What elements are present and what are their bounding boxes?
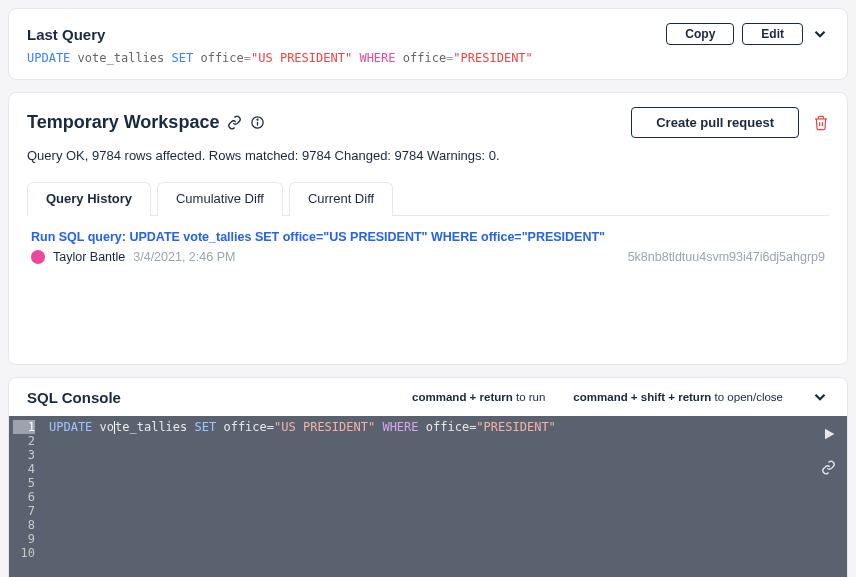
line-number: 4: [13, 462, 35, 476]
token-keyword: SET: [195, 420, 217, 434]
edit-button[interactable]: Edit: [742, 23, 803, 45]
link-icon[interactable]: [821, 460, 837, 475]
tab-current-diff[interactable]: Current Diff: [289, 182, 393, 216]
hint-run: command + return to run: [412, 391, 545, 403]
sql-console-title: SQL Console: [27, 389, 121, 406]
sql-keyword-update: UPDATE: [27, 51, 70, 65]
line-number: 9: [13, 532, 35, 546]
sql-string: "US PRESIDENT": [251, 51, 352, 65]
line-number: 8: [13, 518, 35, 532]
last-query-actions: Copy Edit: [666, 23, 829, 45]
token-string: "PRESIDENT": [476, 420, 555, 434]
tab-query-history[interactable]: Query History: [27, 182, 151, 216]
tabs: Query History Cumulative Diff Current Di…: [27, 181, 829, 216]
sql-col: office: [193, 51, 244, 65]
line-number: 7: [13, 504, 35, 518]
workspace-header: Temporary Workspace Create pull request: [27, 107, 829, 138]
create-pull-request-button[interactable]: Create pull request: [631, 107, 799, 138]
workspace-title-row: Temporary Workspace: [27, 112, 265, 133]
editor-actions: [821, 426, 837, 475]
line-number: 1: [13, 420, 35, 434]
hint-toggle: command + shift + return to open/close: [573, 391, 783, 403]
chevron-down-icon[interactable]: [811, 25, 829, 43]
workspace-actions: Create pull request: [631, 107, 829, 138]
token-ident: office: [419, 420, 470, 434]
svg-point-2: [257, 119, 258, 120]
token-eq: =: [267, 420, 274, 434]
line-gutter: 1 2 3 4 5 6 7 8 9 10: [9, 416, 41, 577]
sql-string: "PRESIDENT": [453, 51, 532, 65]
query-status-text: Query OK, 9784 rows affected. Rows match…: [27, 148, 829, 163]
avatar: [31, 250, 45, 264]
workspace-title: Temporary Workspace: [27, 112, 219, 133]
token-ident: office: [216, 420, 267, 434]
info-icon[interactable]: [250, 115, 265, 130]
link-icon[interactable]: [227, 115, 242, 130]
last-query-header: Last Query Copy Edit: [27, 23, 829, 45]
history-date: 3/4/2021, 2:46 PM: [133, 250, 235, 264]
sql-keyword-set: SET: [172, 51, 194, 65]
last-query-card: Last Query Copy Edit UPDATE vote_tallies…: [8, 8, 848, 80]
token-ident: te_tallies: [115, 420, 194, 434]
code-area[interactable]: UPDATE vote_tallies SET office="US PRESI…: [41, 416, 847, 577]
history-query-link[interactable]: Run SQL query: UPDATE vote_tallies SET o…: [31, 230, 825, 244]
code-line: UPDATE vote_tallies SET office="US PRESI…: [49, 420, 839, 434]
line-number: 10: [13, 546, 35, 560]
sql-console-hints: command + return to run command + shift …: [412, 388, 829, 406]
sql-eq: =: [244, 51, 251, 65]
chevron-down-icon[interactable]: [811, 388, 829, 406]
trash-icon[interactable]: [813, 115, 829, 131]
svg-marker-3: [825, 429, 834, 440]
play-icon[interactable]: [821, 426, 837, 442]
tab-cumulative-diff[interactable]: Cumulative Diff: [157, 182, 283, 216]
token-string: "US PRESIDENT": [274, 420, 375, 434]
history-user: Taylor Bantle: [53, 250, 125, 264]
sql-keyword-where: WHERE: [359, 51, 395, 65]
line-number: 2: [13, 434, 35, 448]
history-meta: Taylor Bantle 3/4/2021, 2:46 PM 5k8nb8tl…: [31, 250, 825, 264]
last-query-title: Last Query: [27, 26, 105, 43]
history-entry: Run SQL query: UPDATE vote_tallies SET o…: [27, 216, 829, 264]
workspace-card: Temporary Workspace Create pull request …: [8, 92, 848, 365]
sql-console-card: SQL Console command + return to run comm…: [8, 377, 848, 577]
sql-console-header: SQL Console command + return to run comm…: [9, 378, 847, 416]
line-number: 3: [13, 448, 35, 462]
history-hash: 5k8nb8tldtuu4svm93i47i6dj5ahgrp9: [628, 250, 825, 264]
sql-table: vote_tallies: [70, 51, 171, 65]
sql-editor[interactable]: 1 2 3 4 5 6 7 8 9 10 UPDATE vote_tallies…: [9, 416, 847, 577]
token-keyword: WHERE: [382, 420, 418, 434]
history-meta-left: Taylor Bantle 3/4/2021, 2:46 PM: [31, 250, 235, 264]
line-number: 6: [13, 490, 35, 504]
line-number: 5: [13, 476, 35, 490]
token-ident: vo: [92, 420, 114, 434]
sql-col: office: [396, 51, 447, 65]
copy-button[interactable]: Copy: [666, 23, 734, 45]
token-keyword: UPDATE: [49, 420, 92, 434]
last-query-sql: UPDATE vote_tallies SET office="US PRESI…: [27, 51, 829, 65]
